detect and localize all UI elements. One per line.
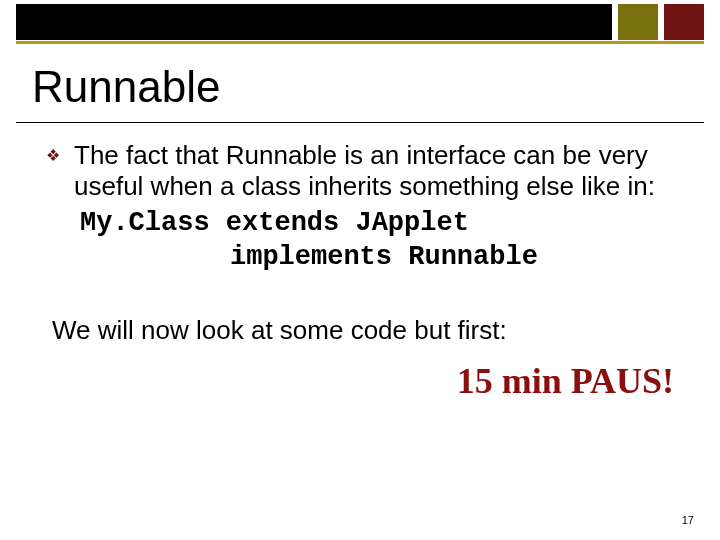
header-stripe [16, 4, 704, 40]
bullet-text: The fact that Runnable is an interface c… [74, 140, 680, 201]
page-number: 17 [682, 514, 694, 526]
header-underline [16, 41, 704, 44]
code-line-1: My.Class extends JApplet [80, 207, 680, 241]
followup-text: We will now look at some code but first: [52, 315, 680, 346]
header-stripe-black [16, 4, 612, 40]
header-accent-maroon [664, 4, 704, 40]
code-block: My.Class extends JApplet implements Runn… [80, 207, 680, 275]
code-line-2: implements Runnable [80, 241, 680, 275]
diamond-bullet-icon: ❖ [46, 140, 60, 172]
slide-body: ❖ The fact that Runnable is an interface… [46, 140, 680, 402]
slide-title: Runnable [32, 62, 220, 112]
pause-callout: 15 min PAUS! [46, 360, 680, 402]
bullet-item: ❖ The fact that Runnable is an interface… [46, 140, 680, 201]
slide: Runnable ❖ The fact that Runnable is an … [0, 0, 720, 540]
title-rule [16, 122, 704, 123]
header-accent-olive [618, 4, 658, 40]
